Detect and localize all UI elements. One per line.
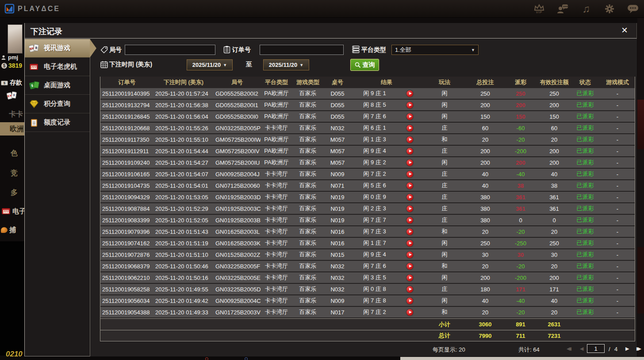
cell-order: 251120019106165 [100,171,153,178]
cell-valid: 40 [538,298,570,304]
close-icon[interactable]: × [619,24,630,36]
music-icon[interactable]: ♫ [579,2,593,16]
cell-time: 2025-11-20 01:51:43 [153,228,214,235]
cell-play: 庄 [422,124,468,132]
cell-valid: 200 [538,159,570,166]
cell-valid: 361 [538,205,570,212]
cell-result: 闲 5 庄 6 [352,182,422,190]
cell-time: 2025-11-20 01:54:44 [153,148,214,155]
bg-menu-kaka[interactable]: 卡卡 [9,110,23,119]
vip-icon[interactable]: VIP [533,2,546,16]
play-video-button[interactable] [406,217,413,224]
user-icon [1,55,7,60]
cell-mode: - [600,286,635,293]
table-row: 2511200190741622025-11-20 01:51:19GN0162… [100,238,635,249]
cell-gtype: 百家乐 [292,205,323,213]
cell-valid: 171 [538,286,570,293]
cell-payout: 200 [503,102,538,108]
play-video-button[interactable] [406,240,413,247]
last-page-icon[interactable]: ▶▶ [636,346,637,352]
user-avatar[interactable] [8,24,23,54]
play-video-button[interactable] [406,171,413,178]
play-video-button[interactable] [406,275,413,281]
cell-bet: 40 [468,298,503,304]
play-video-button[interactable] [406,159,413,166]
cell-table: N032 [323,275,352,281]
bg-menu-fishing[interactable]: 捕 [1,226,16,234]
sidebar-item-table-games[interactable]: $ 桌面游戏 [25,76,90,95]
play-video-button[interactable] [406,252,413,258]
play-video-button[interactable] [406,113,413,120]
bg-menu-slots[interactable]: 777 电子 [1,207,26,216]
cell-table: M057 [323,148,352,155]
app-logo[interactable]: PLAYΔCE [4,4,60,14]
cell-bet: 20 [468,309,503,316]
cell-status: 已派彩 [570,297,600,305]
result-text: 闲 7 庄 2 [352,170,398,178]
total-valid: 7231 [538,333,570,339]
support-icon[interactable] [556,2,569,16]
cell-payout: 250 [503,90,538,97]
play-video-button[interactable] [406,125,413,132]
date-to-select[interactable]: 2025/11/20 ▼ [263,59,309,70]
game-no-input[interactable] [125,45,215,55]
table-row: 2511200190543882025-11-20 01:49:33GN0172… [100,307,635,318]
platform-type-select[interactable]: 1.全部 ▼ [391,45,479,55]
sidebar-item-video-games[interactable]: K♥ 9 视讯游戏 [25,39,90,58]
platform-icon [352,46,360,53]
query-button[interactable]: 查询 [350,59,379,71]
play-video-button[interactable] [406,309,413,316]
cell-platform: PA欧洲厅 [261,135,292,143]
bg-menu-duo[interactable]: 多 [11,188,18,197]
play-video-button[interactable] [406,205,413,212]
cell-time: 2025-11-20 01:56:04 [153,113,214,120]
cell-payout: 0 [503,217,538,224]
cell-gtype: 百家乐 [292,228,323,236]
cell-valid: 20 [538,263,570,270]
bg-menu-se[interactable]: 色 [11,149,18,158]
date-from-select[interactable]: 2025/11/20 ▼ [187,59,233,70]
settings-icon[interactable] [603,2,616,16]
cell-play: 和 [422,135,468,143]
modal-title-bar: 下注记录 × [25,23,636,39]
play-video-button[interactable] [406,90,413,97]
cell-valid: 200 [538,148,570,155]
play-video-button[interactable] [406,298,413,304]
play-video-button[interactable] [406,182,413,189]
play-triangle-icon [409,196,412,198]
deposit-button[interactable]: $ 存款 [1,79,22,87]
sidebar-item-points[interactable]: 积分查询 [25,95,90,113]
bg-menu-highlight[interactable]: 欧洲 [0,122,24,135]
play-video-button[interactable] [406,194,413,201]
cell-game: GN01725B2003V [214,309,261,316]
cell-time: 2025-11-20 01:49:42 [153,298,214,304]
cell-game: GN03225B2005F [214,263,261,270]
cell-gtype: 百家乐 [292,251,323,259]
play-video-button[interactable] [406,263,413,270]
bg-menu-jing[interactable]: 竞 [11,169,18,178]
messages-icon[interactable] [626,2,640,16]
cell-play: 庄 [422,216,468,224]
play-video-button[interactable] [406,102,413,108]
order-no-label: 订单号 [232,46,251,54]
play-video-button[interactable] [406,228,413,235]
cell-payout: -20 [503,309,538,316]
play-video-button[interactable] [406,286,413,293]
first-page-icon[interactable]: ◀◀ [567,346,567,352]
play-video-button[interactable] [406,148,413,155]
sidebar-item-quota-records[interactable]: 额度记录 [25,113,90,132]
chevron-down-icon: ▼ [299,63,303,67]
cell-game: GN03225B2005P [214,125,261,132]
order-no-input[interactable] [260,45,344,55]
table-row: 2511200191327942025-11-20 01:56:38GD0552… [100,100,635,111]
cell-status: 已派彩 [570,251,600,259]
cell-platform: 卡卡湾厅 [261,124,292,132]
coin-icon: $ [1,63,7,69]
cell-play: 庄 [422,205,468,213]
page-number-input[interactable] [587,344,605,353]
cell-gtype: 百家乐 [292,170,323,178]
slot-machine-icon: 777 [29,62,40,72]
sidebar-item-slots[interactable]: 777 电子老虎机 [25,58,90,76]
play-video-button[interactable] [406,136,413,143]
cell-payout: 361 [503,194,538,201]
